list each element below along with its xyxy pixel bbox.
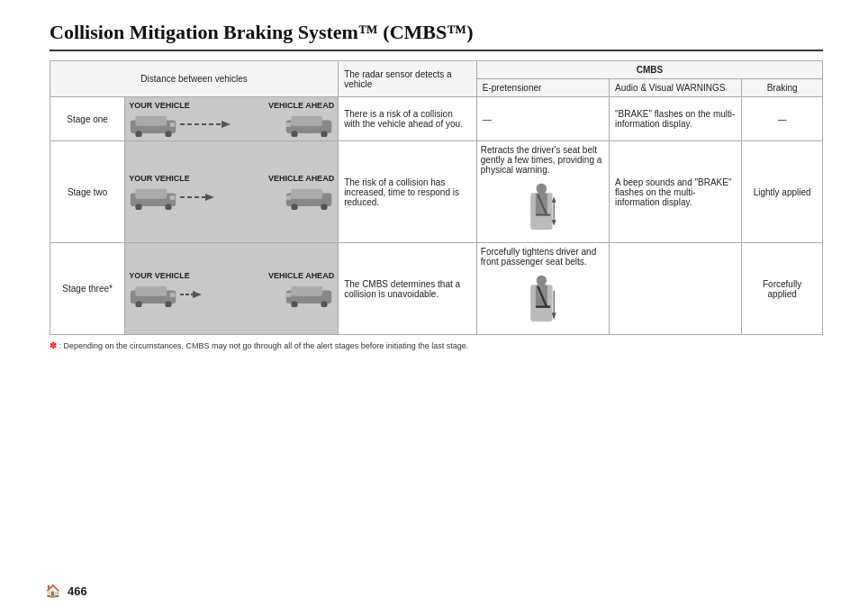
svg-rect-46 <box>291 285 322 295</box>
vehicle-ahead-label-2: VEHICLE AHEAD <box>268 174 334 183</box>
stage-two-desc: The risk of a collision has increased, t… <box>339 141 477 243</box>
title-divider <box>50 50 823 51</box>
vehicle-ahead-label-3: VEHICLE AHEAD <box>268 271 334 280</box>
page-title: Collision Mitigation Braking System™ (CM… <box>50 16 823 44</box>
svg-rect-7 <box>136 116 167 126</box>
stage-three-braking: Forcefully applied <box>742 243 823 335</box>
svg-point-31 <box>537 184 547 194</box>
cmbs-header-label: CMBS <box>476 61 822 79</box>
svg-rect-22 <box>170 195 176 200</box>
page-number: 466 <box>68 584 87 598</box>
stage-three-epret: Forcefully tightens driver and front pas… <box>476 243 609 335</box>
col-distance-header: Distance between vehicles <box>50 61 339 97</box>
stage-two-diagram: YOUR VEHICLE VEHICLE AHEAD <box>125 141 339 243</box>
stage-one-label: Stage one <box>50 97 125 141</box>
col-braking-header: Braking <box>742 79 823 97</box>
footnote-text: : Depending on the circumstances, CMBS m… <box>59 341 469 350</box>
stage-two-warnings: A beep sounds and "BRAKE" flashes on the… <box>610 141 742 243</box>
page-bottom: 🏠 466 <box>45 584 87 598</box>
car-right-3 <box>285 282 334 307</box>
car-right-2 <box>285 185 334 210</box>
svg-rect-10 <box>170 122 176 127</box>
page-container: Collision Mitigation Braking System™ (CM… <box>0 0 859 616</box>
svg-rect-39 <box>136 285 167 295</box>
svg-marker-24 <box>205 194 214 201</box>
your-vehicle-label-3: YOUR VEHICLE <box>129 271 190 280</box>
svg-rect-17 <box>286 122 292 127</box>
main-table: Distance between vehicles The radar sens… <box>50 60 823 335</box>
svg-point-51 <box>537 276 547 285</box>
table-row: Stage one YOUR VEHICLE VEHICLE AHEAD <box>50 97 823 141</box>
footnote-star: ✽ <box>50 340 57 350</box>
stage-two-braking: Lightly applied <box>742 141 823 243</box>
stage-three-warnings <box>610 243 742 335</box>
svg-rect-29 <box>286 195 292 200</box>
your-vehicle-label-2: YOUR VEHICLE <box>129 174 190 183</box>
car-right-1 <box>285 112 334 137</box>
stage-one-warnings: "BRAKE" flashes on the multi-information… <box>610 97 742 141</box>
person-svg-3 <box>520 270 565 329</box>
table-row: Stage three* YOUR VEHICLE VEHICLE AHEAD <box>50 243 823 335</box>
stage-two-label: Stage two <box>50 141 125 243</box>
stage-three-desc: The CMBS determines that a collision is … <box>339 243 477 335</box>
stage-one-desc: There is a risk of a collision with the … <box>339 97 477 141</box>
stage-two-epret: Retracts the driver's seat belt gently a… <box>476 141 609 243</box>
stage-one-diagram: YOUR VEHICLE VEHICLE AHEAD <box>125 97 339 141</box>
col-warnings-header: Audio & Visual WARNINGS <box>610 79 742 97</box>
arrow-3 <box>180 289 203 300</box>
home-icon: 🏠 <box>45 584 60 598</box>
stage-three-label: Stage three* <box>50 243 125 335</box>
arrow-1 <box>180 119 234 130</box>
vehicle-ahead-label-1: VEHICLE AHEAD <box>268 101 334 110</box>
stage-three-diagram: YOUR VEHICLE VEHICLE AHEAD <box>125 243 339 335</box>
car-left-1 <box>129 112 178 137</box>
person-svg-2 <box>520 178 565 237</box>
your-vehicle-label-1: YOUR VEHICLE <box>129 101 190 110</box>
arrow-2 <box>180 192 216 203</box>
stage-one-epret: — <box>476 97 609 141</box>
col-epret-header: E-pretensioner <box>476 79 609 97</box>
car-left-2 <box>129 185 178 210</box>
svg-rect-26 <box>291 189 322 199</box>
svg-rect-49 <box>286 293 292 297</box>
footnote: ✽ : Depending on the circumstances, CMBS… <box>50 340 823 350</box>
svg-rect-14 <box>291 116 322 126</box>
table-row: Stage two YOUR VEHICLE VEHICLE AHEAD <box>50 141 823 243</box>
col-radar-header: The radar sensor detects a vehicle <box>339 61 477 97</box>
svg-rect-42 <box>170 293 176 297</box>
svg-marker-12 <box>222 121 231 128</box>
car-left-3 <box>129 282 178 307</box>
svg-rect-19 <box>136 189 167 199</box>
person-icon-stage2 <box>481 178 605 239</box>
person-icon-stage3 <box>481 270 605 331</box>
stage-one-braking: — <box>742 97 823 141</box>
svg-marker-44 <box>193 291 202 298</box>
